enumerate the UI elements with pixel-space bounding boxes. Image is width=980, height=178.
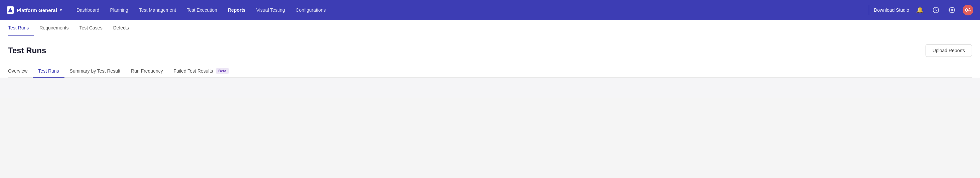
main-content: Test Runs Upload Reports Overview Test R… [0,36,980,78]
nav-item-configurations[interactable]: Configurations [291,5,330,15]
nav-links: Dashboard Planning Test Management Test … [72,5,864,15]
nav-item-planning[interactable]: Planning [105,5,133,15]
history-icon[interactable] [931,5,941,15]
inner-tab-failed-test-results[interactable]: Failed Test Results Beta [169,65,234,78]
inner-tab-overview[interactable]: Overview [8,65,33,78]
nav-item-dashboard[interactable]: Dashboard [72,5,104,15]
top-nav: Platform General ▾ Dashboard Planning Te… [0,0,980,20]
nav-item-visual-testing[interactable]: Visual Testing [251,5,290,15]
inner-tab-run-frequency[interactable]: Run Frequency [126,65,169,78]
nav-item-test-management[interactable]: Test Management [134,5,181,15]
page-title: Test Runs [8,46,46,55]
brand-chevron-icon: ▾ [60,8,62,12]
brand-logo [7,6,14,14]
brand-name: Platform General [17,7,57,13]
sub-tab-requirements[interactable]: Requirements [34,20,74,36]
settings-icon[interactable] [947,5,957,15]
sub-nav: Test Runs Requirements Test Cases Defect… [0,20,980,36]
page-header: Test Runs Upload Reports [8,44,972,57]
upload-reports-button[interactable]: Upload Reports [926,44,972,57]
nav-item-reports[interactable]: Reports [223,5,250,15]
inner-tab-test-runs[interactable]: Test Runs [33,65,64,78]
beta-badge: Beta [216,68,229,74]
sub-tab-defects[interactable]: Defects [108,20,134,36]
user-avatar[interactable]: QA [963,5,973,15]
nav-right: Download Studio 🔔 QA [874,5,973,15]
download-studio-button[interactable]: Download Studio [874,7,909,13]
inner-tabs: Overview Test Runs Summary by Test Resul… [8,65,972,78]
sub-tab-test-cases[interactable]: Test Cases [74,20,108,36]
brand-logo-shape [8,8,13,12]
sub-tab-test-runs[interactable]: Test Runs [8,20,34,36]
brand[interactable]: Platform General ▾ [7,6,62,14]
inner-tab-summary-by-test-result[interactable]: Summary by Test Result [64,65,126,78]
nav-item-test-execution[interactable]: Test Execution [182,5,222,15]
svg-point-1 [951,10,953,11]
bottom-section [0,78,980,98]
nav-divider [869,5,869,15]
notifications-icon[interactable]: 🔔 [915,5,925,15]
